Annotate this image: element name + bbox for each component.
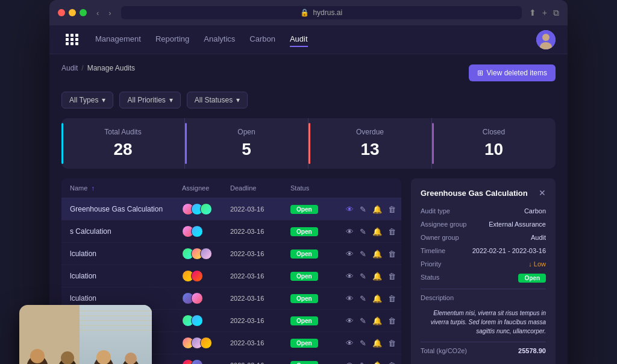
- browser-nav: ‹ ›: [94, 7, 114, 19]
- avatar: [200, 337, 212, 349]
- breadcrumb: Audit / Manage Audits: [61, 64, 135, 72]
- delete-icon[interactable]: 🗑: [387, 360, 397, 365]
- delete-icon[interactable]: 🗑: [387, 204, 397, 215]
- row-name: Greenhouse Gas Calculation: [70, 205, 182, 213]
- detail-label: Description: [421, 294, 454, 301]
- bell-icon[interactable]: 🔔: [371, 204, 383, 215]
- bell-icon[interactable]: 🔔: [371, 337, 383, 349]
- delete-icon[interactable]: 🗑: [387, 248, 397, 260]
- delete-icon[interactable]: 🗑: [387, 337, 397, 349]
- detail-value: 2022-02-21 - 2022-03-16: [472, 247, 546, 254]
- edit-icon[interactable]: ✎: [359, 248, 368, 260]
- row-status: Open: [290, 361, 345, 365]
- breadcrumb-current: Manage Audits: [87, 64, 135, 72]
- view-icon[interactable]: 👁: [345, 337, 355, 349]
- minimize-window-button[interactable]: [69, 9, 76, 16]
- share-icon[interactable]: ⬆: [529, 8, 536, 17]
- row-deadline: 2022-03-16: [230, 250, 290, 257]
- view-icon[interactable]: 👁: [345, 315, 355, 327]
- stat-open-value: 5: [197, 140, 296, 159]
- edit-icon[interactable]: ✎: [359, 226, 368, 237]
- address-bar[interactable]: 🔒 hydrus.ai: [121, 6, 522, 19]
- table-row[interactable]: s Calculation 2022-03-16 Open 👁: [61, 221, 401, 243]
- col-name[interactable]: Name ↑: [70, 184, 182, 192]
- back-button[interactable]: ‹: [94, 7, 101, 19]
- chevron-down-icon: ▾: [236, 96, 240, 104]
- bell-icon[interactable]: 🔔: [371, 315, 383, 327]
- stat-open-label: Open: [197, 128, 296, 136]
- edit-icon[interactable]: ✎: [359, 337, 368, 349]
- edit-icon[interactable]: ✎: [359, 271, 368, 282]
- bell-icon[interactable]: 🔔: [371, 248, 383, 260]
- detail-total-value: 25578.90: [518, 347, 546, 354]
- row-status: Open: [290, 227, 345, 236]
- delete-icon[interactable]: 🗑: [387, 315, 397, 327]
- breadcrumb-row: Audit / Manage Audits ⊞ View deleted ite…: [61, 64, 556, 82]
- row-assignee: [182, 359, 230, 364]
- sidebar-icon[interactable]: ⧉: [553, 8, 559, 18]
- close-window-button[interactable]: [58, 9, 65, 16]
- maximize-window-button[interactable]: [80, 9, 87, 16]
- edit-icon[interactable]: ✎: [359, 360, 368, 365]
- table-row[interactable]: lculation 2022-03-16 Open 👁: [61, 265, 401, 287]
- filter-priorities-label: All Priorities: [127, 96, 165, 104]
- detail-value: Audit: [531, 234, 546, 241]
- add-tab-icon[interactable]: +: [542, 8, 547, 17]
- delete-icon[interactable]: 🗑: [387, 293, 397, 304]
- forward-button[interactable]: ›: [106, 7, 113, 19]
- view-deleted-button[interactable]: ⊞ View deleted items: [469, 64, 556, 81]
- nav-management[interactable]: Management: [95, 32, 141, 47]
- filter-types-label: All Types: [69, 96, 98, 104]
- row-status: Open: [290, 205, 345, 214]
- view-icon[interactable]: 👁: [345, 204, 355, 215]
- bell-icon[interactable]: 🔔: [371, 226, 383, 237]
- detail-value: External Assurance: [489, 221, 546, 228]
- svg-point-1: [542, 34, 550, 41]
- nav-reporting[interactable]: Reporting: [155, 32, 189, 47]
- view-deleted-label: View deleted items: [487, 69, 548, 77]
- detail-field-audit-type: Audit type Carbon: [421, 207, 546, 215]
- filters-row: All Types ▾ All Priorities ▾ All Statuse…: [61, 92, 556, 108]
- view-icon[interactable]: 👁: [345, 360, 355, 365]
- edit-icon[interactable]: ✎: [359, 293, 368, 304]
- row-actions: 👁 ✎ 🔔 🗑: [345, 248, 393, 260]
- view-icon[interactable]: 👁: [345, 293, 355, 304]
- avatar: [191, 292, 203, 304]
- view-icon[interactable]: 👁: [345, 271, 355, 282]
- detail-divider: [421, 342, 546, 342]
- close-button[interactable]: ✕: [539, 188, 546, 198]
- nav-analytics[interactable]: Analytics: [204, 32, 235, 47]
- status-badge: Open: [290, 227, 318, 236]
- status-badge: Open: [290, 316, 318, 325]
- detail-label: Total (kg/CO2e): [421, 347, 467, 354]
- view-icon[interactable]: 👁: [345, 226, 355, 237]
- filter-statuses[interactable]: All Statuses ▾: [187, 92, 248, 108]
- table-row[interactable]: lculation 2022-03-16 Open: [61, 243, 401, 265]
- delete-icon[interactable]: 🗑: [387, 271, 397, 282]
- row-deadline: 2022-03-16: [230, 206, 290, 213]
- delete-icon[interactable]: 🗑: [387, 226, 397, 237]
- row-assignee: [182, 292, 230, 304]
- nav-audit[interactable]: Audit: [290, 32, 308, 47]
- arrow-down-icon: ↓: [528, 260, 532, 268]
- bell-icon[interactable]: 🔔: [371, 360, 383, 365]
- row-actions: 👁 ✎ 🔔 🗑: [345, 360, 393, 365]
- view-icon[interactable]: 👁: [345, 248, 355, 260]
- row-assignee: [182, 315, 230, 327]
- nav-carbon[interactable]: Carbon: [249, 32, 275, 47]
- traffic-lights: [58, 9, 87, 16]
- filter-types[interactable]: All Types ▾: [61, 92, 113, 108]
- bell-icon[interactable]: 🔔: [371, 271, 383, 282]
- row-name: lculation: [70, 272, 182, 280]
- row-deadline: 2022-03-16: [230, 295, 290, 302]
- edit-icon[interactable]: ✎: [359, 315, 368, 327]
- user-avatar[interactable]: [536, 30, 556, 49]
- row-actions: 👁 ✎ 🔔 🗑: [345, 204, 393, 215]
- detail-field-total: Total (kg/CO2e) 25578.90: [421, 347, 546, 354]
- table-row[interactable]: Greenhouse Gas Calculation 2022-03-16: [61, 198, 401, 221]
- filter-priorities[interactable]: All Priorities ▾: [119, 92, 180, 108]
- breadcrumb-parent[interactable]: Audit: [61, 64, 78, 72]
- edit-icon[interactable]: ✎: [359, 204, 368, 215]
- detail-header: Greenhouse Gas Calculation ✕: [421, 188, 546, 199]
- bell-icon[interactable]: 🔔: [371, 293, 383, 304]
